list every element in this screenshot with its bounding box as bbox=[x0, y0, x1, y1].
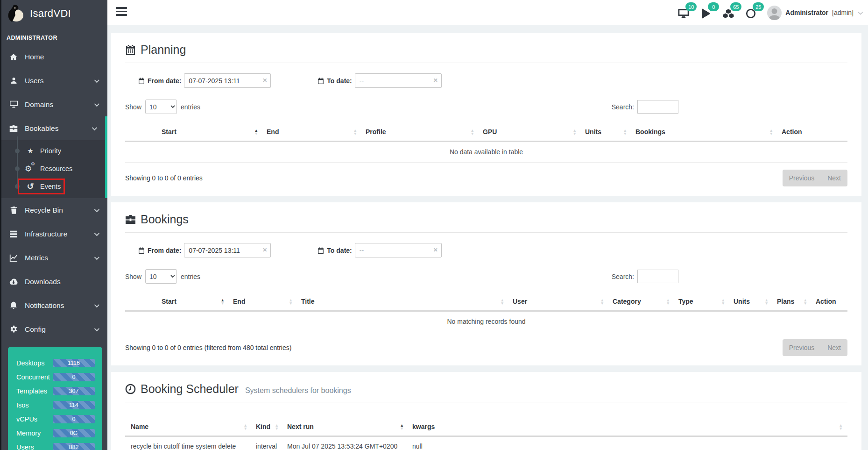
user-menu[interactable]: Administrator [admin] bbox=[767, 6, 861, 20]
planning-table-controls: Show 10 entries Search: bbox=[125, 100, 847, 114]
started-count-badge: 0 bbox=[708, 2, 719, 11]
desktops-status-button[interactable]: 10 bbox=[677, 7, 690, 19]
column-header-gpu[interactable]: GPU bbox=[479, 123, 581, 142]
clear-icon[interactable] bbox=[262, 77, 267, 84]
planning-table: Start End Profile GPU Units Bookings Act… bbox=[125, 123, 847, 163]
server-icon bbox=[7, 230, 20, 238]
sidebar-item-home[interactable]: Home bbox=[0, 45, 107, 69]
sort-icons bbox=[804, 298, 807, 305]
planning-filters: From date: To date: bbox=[138, 73, 847, 88]
scheduler-table-header: Name Kind Next run kwargs bbox=[125, 418, 847, 436]
chevron-down-icon bbox=[94, 230, 99, 236]
column-header-action[interactable]: Action bbox=[778, 123, 847, 142]
other-status-button[interactable]: 25 bbox=[745, 7, 757, 19]
sidebar-item-metrics[interactable]: Metrics bbox=[0, 246, 107, 270]
menu-toggle-button[interactable] bbox=[116, 7, 127, 18]
next-page-button[interactable]: Next bbox=[821, 170, 847, 186]
to-date-input[interactable] bbox=[355, 73, 442, 88]
from-date-input[interactable] bbox=[184, 73, 271, 88]
from-date-group: From date: bbox=[138, 243, 271, 257]
sidebar-item-domains[interactable]: Domains bbox=[0, 93, 107, 116]
role-label: ADMINISTRATOR bbox=[0, 27, 107, 43]
sidebar-item-recycle-bin[interactable]: Recycle Bin bbox=[0, 198, 107, 222]
stat-value-bar: 114 bbox=[53, 401, 95, 409]
clear-icon[interactable] bbox=[433, 247, 438, 253]
avatar bbox=[767, 6, 782, 20]
bookings-table-controls: Show 10 entries Search: bbox=[125, 269, 847, 284]
clear-icon[interactable] bbox=[262, 247, 267, 253]
column-header-user[interactable]: User bbox=[509, 293, 609, 311]
column-header-start[interactable]: Start bbox=[125, 123, 263, 142]
column-header-next-run[interactable]: Next run bbox=[283, 418, 409, 436]
stat-label: Concurrent bbox=[16, 373, 50, 381]
star-icon bbox=[25, 147, 36, 155]
events-highlight-box bbox=[18, 179, 65, 194]
stat-row: Memory 0G bbox=[16, 426, 95, 440]
window-edge bbox=[0, 0, 1, 450]
sort-icons bbox=[765, 298, 769, 305]
column-header-start[interactable]: Start bbox=[125, 293, 229, 311]
column-header-category[interactable]: Category bbox=[609, 293, 675, 311]
section-subtitle: System schedulers for bookings bbox=[245, 386, 351, 395]
sort-icons bbox=[573, 129, 577, 135]
sidebar-item-notifications[interactable]: Notifications bbox=[0, 293, 107, 317]
sidebar-stats-panel: Desktops 1116 Concurrent 0 Templates 307… bbox=[8, 347, 102, 450]
previous-page-button[interactable]: Previous bbox=[783, 170, 821, 186]
bell-icon bbox=[7, 301, 20, 309]
sidebar-item-users[interactable]: Users bbox=[0, 69, 107, 93]
column-header-end[interactable]: End bbox=[263, 123, 362, 142]
search-label: Search: bbox=[612, 273, 634, 280]
sidebar-item-downloads[interactable]: Downloads bbox=[0, 270, 107, 293]
resources-status-button[interactable]: 65 bbox=[722, 7, 734, 19]
sidebar-item-config[interactable]: Config bbox=[0, 317, 107, 341]
calendar-icon bbox=[138, 247, 145, 254]
sidebar-item-resources[interactable]: Resources bbox=[0, 160, 105, 178]
sort-icons bbox=[839, 423, 843, 430]
sort-icons bbox=[400, 423, 404, 430]
to-date-input[interactable] bbox=[355, 243, 442, 257]
stat-label: Templates bbox=[16, 387, 47, 395]
next-page-button[interactable]: Next bbox=[821, 339, 847, 356]
to-date-label: To date: bbox=[327, 247, 352, 254]
column-header-action[interactable]: Action bbox=[812, 293, 847, 311]
sidebar-item-bookables[interactable]: Bookables bbox=[0, 116, 105, 140]
sidebar-item-priority[interactable]: Priority bbox=[0, 142, 105, 160]
search-input[interactable] bbox=[637, 270, 678, 283]
column-header-kwargs[interactable]: kwargs bbox=[409, 418, 847, 436]
column-header-end[interactable]: End bbox=[229, 293, 297, 311]
table-info: Showing 0 to 0 of 0 entries (filtered fr… bbox=[125, 344, 291, 351]
column-header-units[interactable]: Units bbox=[581, 123, 632, 142]
briefcase-icon bbox=[125, 214, 136, 224]
topbar-right-cluster: 10 0 65 25 Administrator [admin] bbox=[677, 0, 861, 25]
column-header-profile[interactable]: Profile bbox=[362, 123, 479, 142]
column-header-plans[interactable]: Plans bbox=[773, 293, 812, 311]
stat-label: Isos bbox=[16, 401, 29, 409]
cell-next-run: Mon Jul 07 2025 13:53:24 GMT+0200 bbox=[283, 436, 409, 450]
clear-icon[interactable] bbox=[433, 77, 438, 84]
column-header-kind[interactable]: Kind bbox=[252, 418, 283, 436]
empty-row: No matching records found bbox=[125, 311, 847, 332]
cell-kwargs: null bbox=[409, 436, 847, 450]
sidebar-item-events[interactable]: Events bbox=[0, 178, 105, 195]
column-header-type[interactable]: Type bbox=[675, 293, 730, 311]
column-header-bookings[interactable]: Bookings bbox=[632, 123, 778, 142]
page-size-select[interactable]: 10 bbox=[145, 269, 177, 284]
sidebar-item-infrastructure[interactable]: Infrastructure bbox=[0, 222, 107, 246]
brand[interactable]: IsardVDI bbox=[0, 0, 107, 27]
column-header-title[interactable]: Title bbox=[297, 293, 509, 311]
column-header-units[interactable]: Units bbox=[730, 293, 773, 311]
bookings-table-footer: Showing 0 to 0 of 0 entries (filtered fr… bbox=[125, 339, 847, 356]
search-input[interactable] bbox=[637, 100, 678, 114]
started-status-button[interactable]: 0 bbox=[700, 7, 712, 19]
stat-value-bar: 0G bbox=[53, 429, 95, 437]
previous-page-button[interactable]: Previous bbox=[783, 339, 821, 356]
from-date-input[interactable] bbox=[184, 243, 271, 257]
bookings-table: Start End Title User Category Type Units… bbox=[125, 293, 847, 332]
page-size-select[interactable]: 10 bbox=[145, 100, 177, 114]
stat-value-bar: 0 bbox=[53, 373, 95, 381]
column-header-name[interactable]: Name bbox=[125, 418, 252, 436]
stat-value-bar: 307 bbox=[53, 387, 95, 395]
planning-title-row: Planning bbox=[125, 43, 847, 57]
sort-icons bbox=[623, 129, 627, 135]
planning-table-header: Start End Profile GPU Units Bookings Act… bbox=[125, 123, 847, 142]
